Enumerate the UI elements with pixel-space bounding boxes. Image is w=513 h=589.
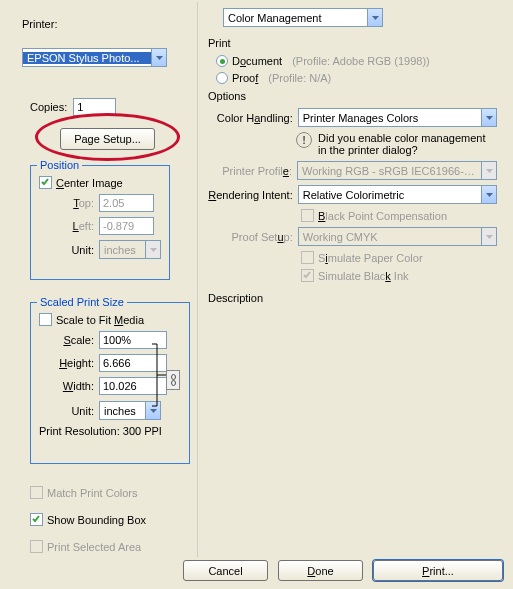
print-resolution: Print Resolution: 300 PPI [39,425,181,437]
bpc-checkbox [301,209,314,222]
fit-media-label: Scale to Fit Media [56,314,144,326]
done-label: Done [307,565,333,577]
match-colors-checkbox [30,486,43,499]
scale-label: Scale: [39,334,94,346]
position-legend: Position [37,159,82,171]
rendering-intent-label: Rendering Intent: [208,189,293,201]
options-heading: Options [208,90,497,102]
position-group: Position Center Image Top: Left: Unit: i… [30,165,170,280]
chevron-down-icon [481,228,496,245]
bounding-box-checkbox[interactable] [30,513,43,526]
bpc-label: Black Point Compensation [318,210,447,222]
printer-label: Printer: [22,18,57,30]
position-unit-dropdown: inches [99,240,161,259]
sbi-checkbox [301,269,314,282]
proof-setup-value: Working CMYK [299,231,481,243]
printer-value: EPSON Stylus Photo... [23,52,151,64]
page-setup-label: Page Setup... [74,133,141,145]
page-setup-button[interactable]: Page Setup... [60,128,155,150]
warning-icon: ! [296,132,312,148]
chain-icon[interactable] [166,370,180,390]
description-heading: Description [208,292,497,304]
color-handling-value: Printer Manages Colors [299,112,481,124]
print-selected-checkbox [30,540,43,553]
center-image-label: Center Image [56,177,123,189]
width-label: Width: [39,380,94,392]
printer-profile-dropdown: Working RGB - sRGB IEC61966-2.1 [297,161,497,180]
cancel-button[interactable]: Cancel [183,560,268,581]
spc-label: Simulate Paper Color [318,252,423,264]
proof-setup-dropdown: Working CMYK [298,227,497,246]
proof-setup-label: Proof Setup: [208,231,293,243]
color-handling-dropdown[interactable]: Printer Manages Colors [298,108,497,127]
printer-profile-label: Printer Profile: [208,165,292,177]
document-radio[interactable] [216,55,228,67]
print-heading: Print [208,37,497,49]
section-value: Color Management [224,12,367,24]
chevron-down-icon [481,109,496,126]
rendering-intent-value: Relative Colorimetric [299,189,481,201]
proof-profile: (Profile: N/A) [268,72,331,84]
spc-checkbox [301,251,314,264]
cancel-label: Cancel [208,565,242,577]
printer-dropdown[interactable]: EPSON Stylus Photo... [22,48,167,67]
chevron-down-icon [481,162,496,179]
chevron-down-icon [145,241,160,258]
scaled-unit-value: inches [100,405,145,417]
print-button[interactable]: Print... [373,560,503,581]
svg-point-0 [171,375,175,380]
section-dropdown[interactable]: Color Management [223,8,383,27]
top-input [99,194,154,212]
center-image-checkbox[interactable] [39,176,52,189]
svg-point-1 [171,381,175,386]
unit-label: Unit: [39,244,94,256]
document-profile: (Profile: Adobe RGB (1998)) [292,55,430,67]
match-colors-label: Match Print Colors [47,487,137,499]
proof-radio[interactable] [216,72,228,84]
copies-label: Copies: [30,101,67,113]
scaled-unit-label: Unit: [39,405,94,417]
chevron-down-icon [481,186,496,203]
top-label: Top: [39,197,94,209]
copies-input[interactable] [73,98,116,116]
left-input [99,217,154,235]
color-handling-label: Color Handling: [208,112,293,124]
bounding-box-label: Show Bounding Box [47,514,146,526]
rendering-intent-dropdown[interactable]: Relative Colorimetric [298,185,497,204]
done-button[interactable]: Done [278,560,363,581]
proof-label: Proof [232,72,258,84]
height-label: Height: [39,357,94,369]
fit-media-checkbox[interactable] [39,313,52,326]
chevron-down-icon [151,49,166,66]
printer-profile-value: Working RGB - sRGB IEC61966-2.1 [298,165,481,177]
sbi-label: Simulate Black Ink [318,270,409,282]
left-label: Left: [39,220,94,232]
scaled-legend: Scaled Print Size [37,296,127,308]
print-label: Print... [422,565,454,577]
position-unit-value: inches [100,244,145,256]
chevron-down-icon [367,9,382,26]
document-label: Document [232,55,282,67]
print-selected-label: Print Selected Area [47,541,141,553]
warning-text: Did you enable color managementin the pr… [318,132,486,156]
